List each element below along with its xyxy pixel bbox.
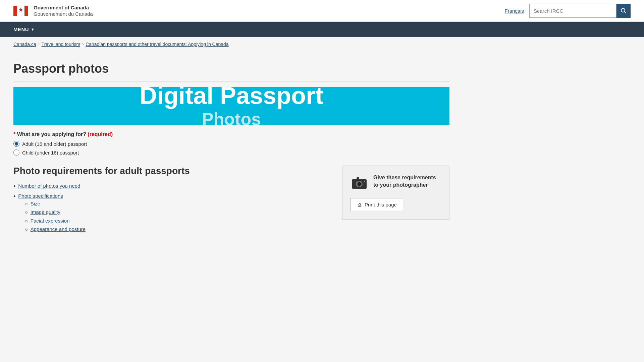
- overlay-subtitle: Photos: [140, 109, 323, 125]
- svg-point-8: [357, 182, 361, 186]
- breadcrumb-home-link[interactable]: Canada.ca: [13, 42, 36, 47]
- content-layout: Photo requirements for adult passports N…: [13, 166, 449, 240]
- facial-expression-link[interactable]: Facial expression: [31, 218, 70, 224]
- overlay-content: Digital Passport Photos: [140, 87, 323, 125]
- sidebar-card-content: Give these requirements to your photogra…: [351, 174, 441, 191]
- photo-specs-sub-list: Size Image quality Facial expression App…: [18, 201, 86, 233]
- page-title: Passport photos: [13, 62, 449, 81]
- svg-rect-0: [13, 6, 17, 16]
- appearance-posture-link[interactable]: Appearance and posture: [31, 226, 86, 232]
- search-area: [529, 4, 631, 18]
- header-right: Français: [504, 4, 631, 18]
- government-name: Government of Canada Gouvernement du Can…: [34, 4, 93, 17]
- sidebar: Give these requirements to your photogra…: [342, 166, 449, 220]
- breadcrumb-passports-link[interactable]: Canadian passports and other travel docu…: [86, 42, 229, 47]
- overlay-container: What are you applying for? Digital Passp…: [13, 87, 449, 125]
- canada-flag-icon: [13, 3, 28, 18]
- svg-point-10: [364, 181, 365, 182]
- menu-label: MENU: [13, 26, 29, 32]
- required-star: *: [13, 131, 17, 137]
- list-item-photos-number: Number of photos you need: [13, 183, 329, 190]
- photo-specifications-link[interactable]: Photo specifications: [18, 193, 63, 199]
- overlay-banner: Digital Passport Photos: [13, 87, 449, 125]
- application-form-section: * What are you applying for? (required) …: [13, 131, 449, 156]
- sidebar-card-text: Give these requirements to your photogra…: [373, 174, 441, 189]
- content-left: Photo requirements for adult passports N…: [13, 166, 329, 240]
- svg-line-5: [625, 12, 626, 13]
- search-icon: [621, 8, 627, 14]
- sub-list-item-facial-expression: Facial expression: [25, 218, 86, 225]
- svg-rect-9: [357, 177, 359, 179]
- image-quality-link[interactable]: Image quality: [31, 209, 60, 215]
- logo-area: Government of Canada Gouvernement du Can…: [13, 3, 93, 18]
- gov-name-english: Government of Canada: [34, 4, 93, 11]
- sidebar-card: Give these requirements to your photogra…: [342, 166, 449, 220]
- list-item-photo-specs: Photo specifications Size Image quality …: [13, 193, 329, 235]
- sub-list-item-size: Size: [25, 201, 86, 207]
- radio-adult-label[interactable]: Adult (16 and older) passport: [13, 141, 449, 147]
- breadcrumb-travel-link[interactable]: Travel and tourism: [42, 42, 80, 47]
- photos-number-link[interactable]: Number of photos you need: [18, 183, 80, 189]
- radio-adult-text: Adult (16 and older) passport: [22, 141, 87, 147]
- site-header: Government of Canada Gouvernement du Can…: [0, 0, 644, 22]
- form-question-text: What are you applying for?: [17, 131, 86, 137]
- search-button[interactable]: [616, 4, 631, 18]
- menu-button[interactable]: MENU ▾: [13, 22, 41, 37]
- breadcrumb-separator-2: ›: [82, 42, 84, 47]
- main-nav: MENU ▾: [0, 22, 644, 37]
- gov-name-french: Gouvernement du Canada: [34, 11, 93, 17]
- requirements-heading: Photo requirements for adult passports: [13, 166, 329, 176]
- camera-svg-icon: [351, 176, 367, 189]
- camera-icon: [351, 174, 368, 191]
- sub-list-item-image-quality: Image quality: [25, 209, 86, 216]
- main-content: Passport photos What are you applying fo…: [0, 52, 463, 260]
- breadcrumb-area: Canada.ca › Travel and tourism › Canadia…: [0, 37, 644, 52]
- radio-child-text: Child (under 16) passport: [22, 150, 79, 156]
- requirements-list: Number of photos you need Photo specific…: [13, 183, 329, 235]
- printer-icon: 🖨: [357, 202, 362, 207]
- svg-rect-2: [24, 6, 28, 16]
- breadcrumb: Canada.ca › Travel and tourism › Canadia…: [13, 42, 631, 47]
- form-question-label: * What are you applying for? (required): [13, 131, 449, 137]
- print-btn-label: Print this page: [365, 202, 397, 207]
- overlay-title: Digital Passport: [140, 87, 323, 109]
- sub-list-item-appearance: Appearance and posture: [25, 226, 86, 233]
- language-switch-link[interactable]: Français: [504, 8, 524, 14]
- breadcrumb-separator-1: ›: [38, 42, 40, 47]
- radio-child-label[interactable]: Child (under 16) passport: [13, 149, 449, 156]
- size-link[interactable]: Size: [31, 201, 40, 206]
- radio-adult[interactable]: [13, 141, 19, 147]
- chevron-down-icon: ▾: [32, 27, 34, 32]
- required-text: (required): [88, 131, 113, 137]
- radio-child[interactable]: [13, 149, 19, 156]
- search-input[interactable]: [529, 4, 616, 18]
- print-button[interactable]: 🖨 Print this page: [351, 198, 403, 211]
